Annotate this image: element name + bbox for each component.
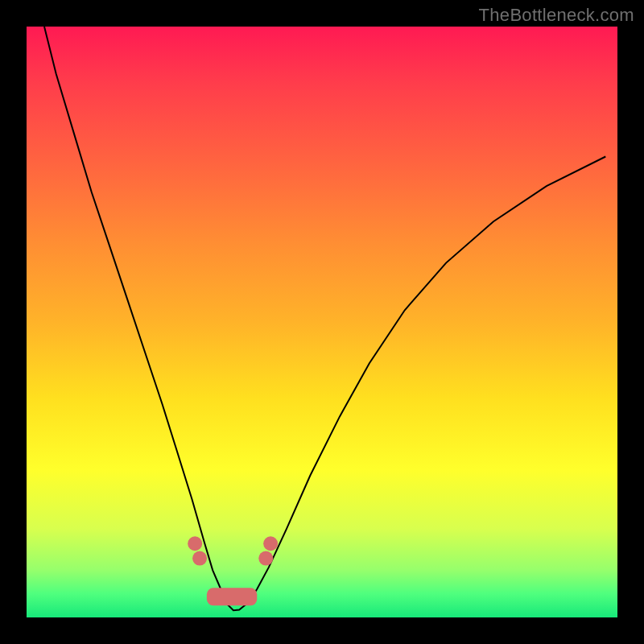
chart-frame: TheBottleneck.com bbox=[0, 0, 644, 644]
watermark-text: TheBottleneck.com bbox=[479, 5, 634, 26]
trough-bar bbox=[207, 588, 257, 605]
trough-dot bbox=[263, 536, 278, 551]
trough-dot bbox=[188, 536, 202, 551]
trough-dot bbox=[258, 551, 273, 566]
trough-dot bbox=[192, 551, 207, 566]
curve-path bbox=[44, 27, 605, 610]
bottleneck-curve bbox=[27, 27, 617, 617]
trough-markers bbox=[188, 536, 278, 605]
